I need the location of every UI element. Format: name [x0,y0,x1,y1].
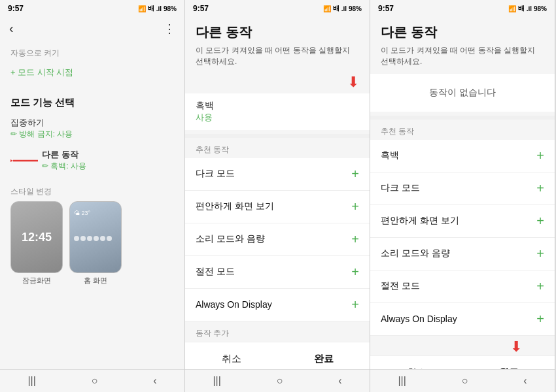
action-text-3-3: 소리 모드와 음량 [381,248,450,259]
action-item-3-4[interactable]: 절전 모드 + [370,270,555,303]
nav-recent-1[interactable]: ||| [27,375,35,387]
style-section: 스타일 변경 12:45 잠금화면 🌤 23° [0,181,184,291]
dot-1 [74,236,79,241]
action-item-2-4[interactable]: Always On Display + [185,289,370,321]
add-mode-item[interactable]: + 모드 시작 시점 [0,61,184,84]
add-icon-3-1[interactable]: + [536,181,544,196]
down-arrow-complete-container: ⬇ [370,338,555,355]
more-button-1[interactable]: ⋮ [164,22,175,36]
add-icon-2-0[interactable]: + [351,167,359,182]
action-item-3-2[interactable]: 편안하게 화면 보기 + [370,205,555,238]
lock-screen-thumb[interactable]: 12:45 잠금화면 [10,201,63,286]
add-icon-2-4[interactable]: + [351,297,359,312]
red-arrow-down-icon-2: ⬇ [347,74,359,91]
battery-pct-1: 98% [164,5,177,12]
panel2-content: 다른 동작 이 모드가 켜져있을 때 어떤 동작을 실행할지 선택하세요. ⬇ … [185,16,370,369]
other-action-sub: ✏ 흑백: 사용 [42,161,86,172]
cancel-button-2[interactable]: 취소 [185,349,277,369]
add-icon-2-2[interactable]: + [351,232,359,247]
lock-caption: 잠금화면 [10,276,63,286]
nav-recent-3[interactable]: ||| [398,375,406,387]
nav-back-3[interactable]: ‹ [523,375,527,387]
action-item-3-3[interactable]: 소리 모드와 음량 + [370,238,555,270]
home-screen-thumb[interactable]: 🌤 23° 홈 화면 [69,201,122,286]
wifi-icon-1: 배 [148,4,154,13]
panel2-title: 다른 동작 [185,16,370,45]
add-action-label-2: 동작 추가 [185,321,370,342]
signal-icon-1: .il [156,5,162,12]
cancel-button-3[interactable]: 취소 [370,363,462,369]
panel-2: 9:57 📶 배 .il 98% 다른 동작 이 모드가 켜져있을 때 어떤 동… [185,0,370,392]
dot-3 [87,236,92,241]
panel3-subtitle: 이 모드가 켜져있을 때 어떤 동작을 실행할지 선택하세요. [370,45,555,74]
nav-back-2[interactable]: ‹ [338,375,341,387]
status-icons-1: 📶 배 .il 98% [138,4,177,13]
focus-item[interactable]: 집중하기 ✏ 방해 금지: 사용 [0,112,184,145]
lock-time: 12:45 [22,231,52,244]
action-item-2-2[interactable]: 소리 모드와 음량 + [185,223,370,256]
lock-screen-image: 12:45 [10,201,63,273]
complete-button-2[interactable]: 완료 [277,349,370,369]
battery-pct-2: 98% [349,5,362,12]
recommended-label-2: 추천 동작 [185,138,370,158]
add-mode-text: + 모드 시작 시점 [10,67,73,78]
status-time-1: 9:57 [8,4,24,13]
home-caption: 홈 화면 [69,276,122,286]
signal-icon-2: .il [341,5,347,12]
add-icon-3-5[interactable]: + [536,312,544,327]
bottom-buttons-3: 취소 완료 [370,355,555,369]
red-arrow-left-icon [10,155,39,167]
weather-text: 🌤 23° [74,210,90,216]
style-thumbs: 12:45 잠금화면 🌤 23° [10,201,174,286]
action-item-2-0[interactable]: 다크 모드 + [185,158,370,191]
other-action-label: 다른 동작 [42,149,86,161]
action-item-2-3[interactable]: 절전 모드 + [185,256,370,289]
action-text-3-0: 흑백 [381,150,399,161]
action-text-2-4: Always On Display [196,299,272,310]
style-label: 스타일 변경 [10,186,174,197]
action-text-3-5: Always On Display [381,314,457,324]
nav-bar-3: ||| ○ ‹ [370,369,555,392]
add-icon-2-3[interactable]: + [351,265,359,280]
mode-function-title: 모드 기능 선택 [0,89,184,112]
complete-button-3[interactable]: 완료 [462,363,555,369]
add-icon-3-0[interactable]: + [536,148,544,163]
status-bar-1: 9:57 📶 배 .il 98% [0,0,184,16]
add-icon-3-3[interactable]: + [536,246,544,261]
status-icons-2: 📶 배 .il 98% [323,4,362,13]
bottom-buttons-2: 취소 완료 [185,342,370,369]
current-section-2: 흑백 사용 [185,93,370,130]
nav-recent-2[interactable]: ||| [213,375,220,387]
action-text-2-1: 편안하게 화면 보기 [196,201,274,212]
wifi-icon-3: 배 [518,4,525,13]
action-item-2-1[interactable]: 편안하게 화면 보기 + [185,191,370,223]
other-action-row[interactable]: 다른 동작 ✏ 흑백: 사용 [0,145,184,176]
panel1-header: ‹ ⋮ [0,16,184,41]
action-item-3-0[interactable]: 흑백 + [370,140,555,172]
current-item-sub-2: 사용 [196,112,359,123]
home-screen-image: 🌤 23° [69,201,122,273]
empty-state-3: 동작이 없습니다 [370,74,555,112]
wifi-icon-2: 배 [333,4,339,13]
add-icon-3-4[interactable]: + [536,279,544,294]
nav-home-2[interactable]: ○ [277,375,283,387]
dot-6 [107,236,112,241]
dot-5 [100,236,105,241]
panel-1: 9:57 📶 배 .il 98% ‹ ⋮ 자동으로 켜기 + 모드 시작 시점 … [0,0,185,392]
status-icons-3: 📶 배 .il 98% [508,4,547,13]
panel-3: 9:57 📶 배 .il 98% 다른 동작 이 모드가 켜져있을 때 어떤 동… [370,0,555,392]
dot-4 [94,236,99,241]
add-icon-2-1[interactable]: + [351,199,359,214]
status-time-2: 9:57 [193,4,209,13]
back-button-1[interactable]: ‹ [9,21,14,36]
nav-home-3[interactable]: ○ [462,375,468,387]
add-icon-3-2[interactable]: + [536,214,544,229]
nav-home-1[interactable]: ○ [92,375,98,387]
action-item-3-1[interactable]: 다크 모드 + [370,172,555,205]
nav-back-1[interactable]: ‹ [153,375,156,387]
action-text-2-0: 다크 모드 [196,168,235,180]
current-item-name-2: 흑백 [196,100,359,112]
status-time-3: 9:57 [378,4,394,13]
action-text-2-3: 절전 모드 [196,266,235,278]
action-item-3-5[interactable]: Always On Display + [370,303,555,336]
